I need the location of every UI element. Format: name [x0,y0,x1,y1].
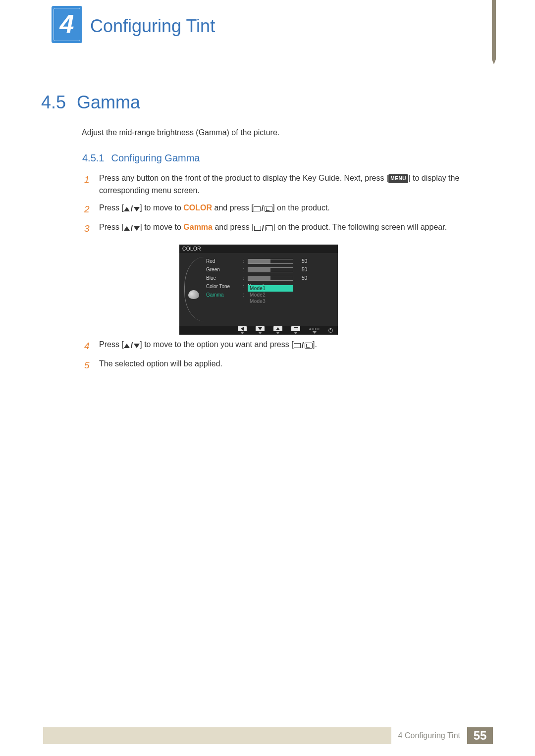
indicator-icon [240,332,244,334]
osd-value: 50 [295,275,307,281]
osd-foot-auto: AUTO [309,327,320,334]
triangle-up-icon [276,327,280,330]
keyword-color: COLOR [183,203,212,212]
step-body: The selected option will be applied. [99,358,481,372]
slash-icon: / [262,222,264,235]
section-number: 4.5 [41,92,66,113]
osd-label: Blue [206,275,240,281]
up-down-icon: / [124,203,140,215]
text: ] to move to [140,223,183,231]
indicator-icon [313,331,317,334]
osd-foot-power [328,328,333,333]
triangle-down-icon [134,207,140,211]
up-down-icon: / [124,222,140,235]
osd-footer: AUTO [179,326,338,335]
rect-icon [254,226,261,231]
osd-slider-fill [248,259,270,263]
step-3: 3 Press [/] to move to Gamma and press [… [84,221,481,236]
chapter-badge: 4 [52,6,82,43]
triangle-up-icon [124,226,130,231]
step-number: 1 [84,172,92,197]
text: Press [ [99,340,124,349]
step-number: 4 [84,339,92,353]
osd-value: 50 [295,258,307,264]
text: ]. [313,340,317,349]
triangle-down-icon [134,344,140,348]
select-enter-icon: / [294,340,313,352]
osd-label-gamma: Gamma [206,292,240,298]
text: ] to move to the option you want and pre… [140,340,293,349]
osd-title: COLOR [179,245,338,253]
up-icon [273,326,282,331]
slash-icon: / [302,340,304,352]
steps-list: 1 Press any button on the front of the p… [84,172,481,241]
osd-mode-3: Mode3 [248,298,293,304]
colon-icon: : [242,258,246,264]
enter-icon [305,343,313,349]
osd-label: Red [206,258,240,264]
enter-icon [291,326,300,331]
page-number: 55 [467,727,493,744]
osd-slider-fill [248,276,270,280]
rect-icon [254,206,261,211]
page-footer: 4 Configuring Tint 55 [43,727,493,744]
text: ] to move to [140,203,183,212]
osd-label: Green [206,267,240,272]
osd-row-red: Red : 50 [206,257,332,265]
keyword-gamma: Gamma [183,223,213,231]
subsection-title: Configuring Gamma [111,152,200,164]
osd-row-blue: Blue : 50 [206,274,332,282]
enter-shape-icon [294,327,298,330]
osd-mode-1: Mode1 [248,285,293,292]
indicator-icon [276,332,280,334]
intro-text: Adjust the mid-range brightness (Gamma) … [82,128,279,137]
triangle-down-icon [134,226,140,231]
step-5: 5 The selected option will be applied. [84,358,481,372]
text: Press [ [99,203,124,212]
osd-slider-fill [248,268,270,272]
text: Press [ [99,223,124,231]
section-heading: 4.5 Gamma [41,92,140,113]
text: ] on the product. The following screen w… [273,223,447,231]
osd-gamma-modes: Mode1 Mode2 Mode3 [248,285,293,304]
colon-icon: : [242,275,246,281]
down-icon [256,326,265,331]
colon-icon: : [242,267,246,272]
osd-row-green: Green : 50 [206,265,332,274]
text: Press any button on the front of the pro… [99,174,388,182]
text: and press [ [212,203,254,212]
chapter-number: 4 [52,9,82,39]
osd-foot-up [273,326,282,334]
subsection-number: 4.5.1 [82,152,104,164]
step-body: Press [/] to move to the option you want… [99,339,481,353]
text: ] on the product. [272,203,330,212]
menu-chip-icon: MENU [388,174,408,183]
text: and press [ [213,223,254,231]
colon-icon: : [242,292,246,298]
step-4: 4 Press [/] to move to the option you wa… [84,339,481,353]
triangle-up-icon [124,344,130,348]
steps-list-continued: 4 Press [/] to move to the option you wa… [84,339,481,378]
step-number: 3 [84,221,92,236]
osd-row-gamma: Gamma : Mode1 Mode2 Mode3 [206,291,332,299]
osd-arc-decoration [184,257,207,321]
slash-icon: / [131,340,133,352]
colon-icon: : [242,284,246,289]
triangle-up-icon [124,207,130,211]
osd-label: Color Tone [206,284,240,289]
section-title: Gamma [77,92,140,113]
osd-slider [248,267,293,272]
osd-menu-figure: COLOR Red : 50 Green : 50 Blue : 50 Colo… [179,245,338,335]
footer-fill [43,727,391,744]
step-body: Press [/] to move to COLOR and press [/]… [99,202,481,216]
ribbon-strap [492,0,496,59]
palette-icon [188,290,199,299]
auto-label: AUTO [309,327,320,331]
osd-mode-2: Mode2 [248,292,293,298]
indicator-icon [294,332,298,334]
step-number: 2 [84,202,92,216]
osd-slider [248,259,293,264]
select-enter-icon: / [254,202,272,215]
step-body: Press any button on the front of the pro… [99,172,481,197]
subsection-heading: 4.5.1 Configuring Gamma [82,152,200,164]
